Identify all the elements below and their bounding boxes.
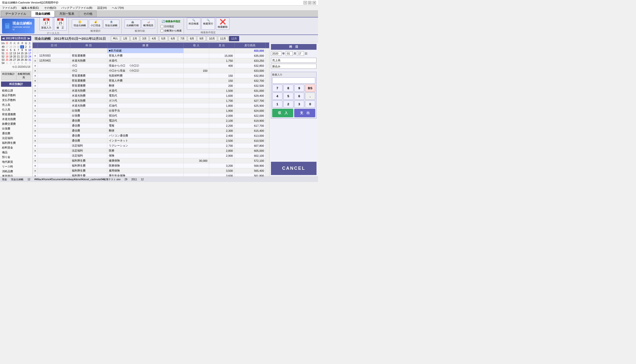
category-item[interactable]: 租税公課	[1, 88, 31, 93]
petty-cash-button[interactable]: 💰 小口現金	[89, 20, 102, 28]
category-item[interactable]: 通信費	[1, 131, 31, 136]
all-ledger-checkbox[interactable]	[160, 29, 163, 32]
cal-day[interactable]: 14	[17, 52, 20, 55]
cal-day[interactable]: 4	[5, 48, 9, 52]
category-list[interactable]: 租税公課 振込手数料 支払手数料 売上高 仕入高 荷造運搬費 水道光熱費 旅費交…	[0, 88, 32, 176]
row-plus[interactable]: +	[33, 143, 38, 148]
category-item[interactable]: 旅費交通費	[1, 122, 31, 126]
cal-day-1[interactable]: 1	[20, 45, 24, 48]
minimize-button[interactable]: －	[303, 1, 307, 4]
numpad-3[interactable]: 3	[294, 100, 304, 108]
month-aug-button[interactable]: 8月	[188, 36, 196, 41]
numpad-1[interactable]: 1	[272, 100, 282, 108]
cal-day[interactable]: 20	[13, 55, 17, 58]
tab-datafile[interactable]: データファイル	[1, 10, 31, 17]
month-jan-button[interactable]: 1月	[121, 36, 130, 41]
row-plus[interactable]: +	[33, 58, 38, 63]
cal-day[interactable]: 12	[9, 52, 13, 55]
cal-day[interactable]: 29	[20, 58, 24, 62]
month-may-button[interactable]: 5月	[159, 36, 168, 41]
row-plus[interactable]: +	[33, 113, 38, 118]
row-plus[interactable]: +	[33, 88, 38, 93]
month-nov-button[interactable]: 11月	[218, 36, 228, 41]
row-plus[interactable]: +	[33, 128, 38, 133]
category-item[interactable]: 法定福利	[1, 136, 31, 140]
numpad-display[interactable]	[272, 78, 315, 84]
new-entry-button[interactable]: 📅 17 新規入力	[40, 17, 53, 30]
cal-day[interactable]: 28	[9, 45, 13, 48]
row-plus[interactable]: +	[33, 78, 38, 83]
kamoku-input-1[interactable]	[271, 58, 316, 63]
cal-day[interactable]: 24	[28, 55, 32, 58]
cal-day[interactable]: 2	[24, 45, 28, 48]
cal-day[interactable]: 31	[28, 58, 32, 62]
numpad-2[interactable]: 2	[283, 100, 293, 108]
cal-day[interactable]: 22	[20, 55, 24, 58]
day-input[interactable]	[297, 51, 304, 56]
cal-day[interactable]: 15	[20, 52, 24, 55]
numpad-7[interactable]: 7	[272, 84, 282, 92]
month-sep-button[interactable]: 9月	[197, 36, 206, 41]
row-plus[interactable]: +	[33, 158, 38, 163]
month-dec-button[interactable]: 12月	[229, 36, 239, 41]
menu-edit[interactable]: 編集＆検索(E)	[21, 6, 40, 10]
cal-day[interactable]: 30	[17, 45, 20, 48]
month-oct-button[interactable]: 10月	[207, 36, 217, 41]
month-all-button[interactable]: ALL	[111, 36, 120, 41]
cal-prev-button[interactable]: ≪	[2, 37, 5, 40]
row-plus[interactable]: +	[33, 103, 38, 108]
category-item[interactable]: 仕入高	[1, 107, 31, 112]
row-plus[interactable]: +	[33, 123, 38, 128]
cal-day[interactable]: 5	[20, 62, 24, 65]
menu-backup[interactable]: バックアップファイル(B)	[60, 6, 94, 10]
numpad-5[interactable]: 5	[283, 92, 293, 100]
row-plus[interactable]: +	[33, 63, 38, 68]
numpad-8[interactable]: 8	[283, 84, 293, 92]
cal-day[interactable]: 6	[13, 48, 17, 52]
modify-button[interactable]: 📅 15 修 正	[54, 17, 67, 30]
cat-tab-balance[interactable]: 各帳簿別残高	[16, 71, 32, 80]
row-plus[interactable]: +	[33, 93, 38, 98]
row-plus[interactable]: +	[33, 108, 38, 113]
cash-ledger-button[interactable]: 📒 現金出納帳	[72, 20, 88, 28]
row-plus[interactable]: +	[33, 133, 38, 138]
tab-monthly[interactable]: 月別一覧表	[55, 10, 79, 17]
month-jul-button[interactable]: 7月	[178, 36, 187, 41]
maximize-button[interactable]: □	[308, 1, 311, 4]
search-clear-button[interactable]: ❌ 検索解除	[216, 18, 229, 30]
balance-button[interactable]: 📊 帳簿残高	[142, 20, 155, 28]
cal-day[interactable]: 7	[17, 48, 20, 52]
cal-day[interactable]: 23	[24, 55, 28, 58]
row-plus[interactable]: +	[33, 138, 38, 143]
cal-day[interactable]: 6	[24, 62, 28, 65]
category-item[interactable]: 出張費	[1, 126, 31, 131]
kamoku-search-button[interactable]: 🔍 科目検索	[187, 18, 200, 30]
cal-day[interactable]: 10	[28, 48, 32, 52]
cal-day[interactable]: 2	[9, 62, 13, 65]
category-item[interactable]: 車両用品	[1, 174, 31, 176]
category-item[interactable]: 地代家賃	[1, 160, 31, 164]
cal-day[interactable]: 1	[5, 62, 9, 65]
numpad-9[interactable]: 9	[294, 84, 304, 92]
category-item[interactable]: 支払手数料	[1, 98, 31, 102]
month-apr-button[interactable]: 4月	[150, 36, 158, 41]
cal-day[interactable]: 11	[5, 52, 9, 55]
cal-day[interactable]: 9	[24, 48, 28, 52]
numpad-4[interactable]: 4	[272, 92, 282, 100]
cal-day[interactable]: 25	[5, 58, 9, 62]
row-plus[interactable]: +	[33, 98, 38, 103]
row-plus[interactable]: +	[33, 148, 38, 153]
cancel-button[interactable]: CANCEL	[271, 162, 316, 175]
menu-settings[interactable]: 設定(H)	[96, 6, 108, 10]
cal-day[interactable]: 29	[13, 45, 17, 48]
category-item[interactable]: リース料	[1, 164, 31, 169]
cal-next-button[interactable]: ≫	[27, 37, 30, 40]
month-feb-button[interactable]: 2月	[130, 36, 139, 41]
cal-day[interactable]: 27	[5, 45, 9, 48]
tab-other[interactable]: その他	[79, 10, 97, 17]
row-plus[interactable]: +	[33, 53, 38, 58]
row-plus[interactable]	[33, 48, 38, 53]
cal-day[interactable]: 18	[5, 55, 9, 58]
cal-day[interactable]: 4	[17, 62, 20, 65]
month-jun-button[interactable]: 6月	[169, 36, 177, 41]
